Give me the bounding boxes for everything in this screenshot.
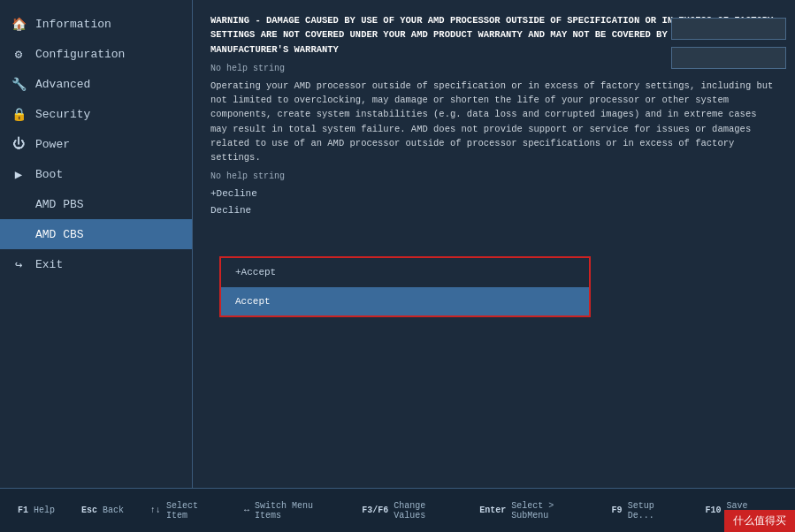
sidebar-label-power: Power (35, 138, 70, 151)
amd-pbs-icon (11, 196, 27, 212)
sidebar-item-configuration[interactable]: ⚙ Configuration (0, 39, 192, 69)
f1-desc: Help (34, 505, 55, 515)
sidebar-label-amd-pbs: AMD PBS (35, 198, 84, 211)
sidebar-item-amd-cbs[interactable]: AMD CBS (0, 219, 192, 249)
hint-box-2 (671, 47, 786, 69)
sidebar-label-information: Information (35, 18, 111, 31)
no-help-2: No help string (210, 170, 777, 183)
enter-key: Enter (479, 505, 506, 515)
f9-desc: Setup De... (628, 501, 679, 521)
f3-desc: Change Values (394, 501, 453, 521)
boot-icon: ▶ (11, 166, 27, 182)
sidebar-label-amd-cbs: AMD CBS (35, 228, 84, 241)
watermark: 什么值得买 (724, 510, 795, 532)
sidebar-item-advanced[interactable]: 🔧 Advanced (0, 69, 192, 99)
sidebar-item-exit[interactable]: ↪ Exit (0, 249, 192, 279)
main-area: 🏠 Information ⚙ Configuration 🔧 Advanced… (0, 0, 795, 488)
accept-label[interactable]: Accept (221, 287, 589, 316)
sidebar-item-information[interactable]: 🏠 Information (0, 9, 192, 39)
esc-key: Esc (81, 505, 97, 515)
amd-cbs-icon (11, 226, 27, 242)
security-icon: 🔒 (11, 106, 27, 122)
sidebar-item-security[interactable]: 🔒 Security (0, 99, 192, 129)
arrows-select-item: ↑↓ Select Item (150, 501, 218, 521)
arrows-lr: ↔ (244, 505, 249, 515)
esc-back: Esc Back (81, 505, 124, 515)
exit-icon: ↪ (11, 256, 27, 272)
advanced-icon: 🔧 (11, 76, 27, 92)
select-item-desc: Select Item (166, 501, 218, 521)
accept-option[interactable]: +Accept (221, 258, 589, 287)
sidebar-item-power[interactable]: ⏻ Power (0, 129, 192, 159)
decline-option-plus[interactable]: +Decline (210, 186, 777, 201)
f10-key: F10 (706, 505, 722, 515)
hint-box-1 (671, 18, 786, 40)
f3-change-values: F3/F6 Change Values (362, 501, 453, 521)
sidebar: 🏠 Information ⚙ Configuration 🔧 Advanced… (0, 0, 193, 488)
sidebar-item-amd-pbs[interactable]: AMD PBS (0, 189, 192, 219)
information-icon: 🏠 (11, 16, 27, 32)
arrows-switch-menu: ↔ Switch Menu Items (244, 501, 335, 521)
enter-submenu: Enter Select > SubMenu (479, 501, 585, 521)
switch-menu-desc: Switch Menu Items (255, 501, 335, 521)
right-hints (671, 18, 786, 69)
f9-key: F9 (612, 505, 623, 515)
sidebar-label-configuration: Configuration (35, 48, 125, 61)
power-icon: ⏻ (11, 136, 27, 152)
content-area: WARNING - DAMAGE CAUSED BY USE OF YOUR A… (193, 0, 795, 488)
bios-screen: 🏠 Information ⚙ Configuration 🔧 Advanced… (0, 0, 795, 532)
accept-dialog: +Accept Accept (219, 256, 591, 317)
sidebar-label-boot: Boot (35, 168, 63, 181)
sidebar-label-advanced: Advanced (35, 78, 90, 91)
sidebar-label-exit: Exit (35, 258, 63, 271)
esc-desc: Back (103, 505, 124, 515)
arrows-up-down: ↑↓ (150, 505, 161, 515)
f1-help: F1 Help (18, 505, 55, 515)
bottom-bar: F1 Help Esc Back ↑↓ Select Item ↔ Switch… (0, 488, 795, 532)
enter-desc: Select > SubMenu (511, 501, 585, 521)
sidebar-item-boot[interactable]: ▶ Boot (0, 159, 192, 189)
sidebar-label-security: Security (35, 108, 90, 121)
f9-setup: F9 Setup De... (612, 501, 679, 521)
f1-key: F1 (18, 505, 28, 515)
decline-label[interactable]: Decline (210, 203, 777, 218)
configuration-icon: ⚙ (11, 46, 27, 62)
f3-key: F3/F6 (362, 505, 388, 515)
body-text: Operating your AMD processor outside of … (210, 79, 777, 165)
